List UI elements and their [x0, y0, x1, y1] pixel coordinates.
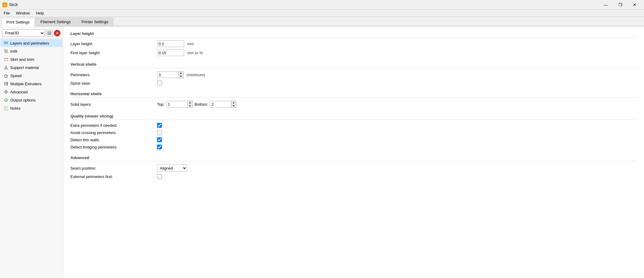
- minimize-button[interactable]: —: [599, 0, 613, 10]
- delete-profile-button[interactable]: ✕: [54, 30, 60, 36]
- spinner-up-bottom[interactable]: ▲: [231, 101, 236, 104]
- checkbox-spiral-vase[interactable]: [157, 81, 162, 86]
- label-spiral-vase: Spiral vase:: [70, 81, 155, 86]
- spinner-down-top[interactable]: ▼: [188, 104, 193, 108]
- menu-help[interactable]: Help: [33, 10, 46, 16]
- svg-rect-7: [4, 41, 8, 42]
- label-extra-perimeters: Extra perimeters if needed:: [70, 123, 155, 128]
- checkbox-avoid-crossing[interactable]: [157, 130, 162, 135]
- sidebar-item-support[interactable]: Support material: [1, 64, 62, 71]
- menu-file[interactable]: File: [1, 10, 12, 16]
- spinner-down-perimeters[interactable]: ▼: [178, 75, 183, 78]
- spinner-up-top[interactable]: ▲: [188, 101, 193, 104]
- spinner-top: ▲ ▼: [166, 101, 193, 108]
- svg-rect-17: [4, 69, 8, 70]
- unit-layer-height: mm: [187, 42, 194, 46]
- close-button[interactable]: ✕: [628, 0, 642, 10]
- input-layer-height[interactable]: [157, 40, 184, 47]
- spinner-btns-perimeters: ▲ ▼: [178, 71, 184, 78]
- spinner-btns-bottom: ▲ ▼: [231, 101, 236, 108]
- checkbox-detect-thin[interactable]: [157, 137, 162, 142]
- svg-point-25: [5, 91, 7, 93]
- input-top[interactable]: [166, 101, 187, 108]
- sidebar-item-layers[interactable]: Layers and perimeters: [1, 39, 62, 47]
- section-title-vertical-shells: Vertical shells: [70, 62, 637, 68]
- advanced-icon: [4, 89, 8, 94]
- section-horizontal-shells: Horizontal shells Solid layers: Top: ▲ ▼…: [70, 92, 637, 108]
- input-first-layer-height[interactable]: [157, 49, 184, 56]
- checkbox-extra-perimeters[interactable]: [157, 123, 162, 128]
- sidebar-item-extruders[interactable]: Multiple Extruders: [1, 80, 62, 88]
- svg-rect-21: [4, 82, 6, 85]
- label-external-perimeters-first: External perimeters first:: [70, 174, 155, 179]
- input-bottom[interactable]: [210, 101, 231, 108]
- section-quality: Quality (slower slicing) Extra perimeter…: [70, 114, 637, 149]
- notes-icon: [4, 106, 8, 111]
- spinner-btns-top: ▲ ▼: [187, 101, 193, 108]
- maximize-button[interactable]: ❐: [613, 0, 627, 10]
- title-bar-left: S Slic3r: [2, 2, 18, 7]
- label-perimeters: Perimeters:: [70, 73, 155, 77]
- tab-filament-settings[interactable]: Filament Settings: [35, 17, 76, 26]
- sidebar-item-output[interactable]: Output options: [1, 96, 62, 104]
- svg-rect-16: [4, 68, 8, 69]
- checkbox-external-perimeters-first[interactable]: [157, 174, 162, 179]
- sidebar-item-skirt[interactable]: Skirt and brim: [1, 55, 62, 63]
- tab-printer-settings[interactable]: Printer Settings: [76, 17, 113, 26]
- sidebar: Freak3D ✕ Layers and perimeters: [0, 27, 63, 278]
- row-external-perimeters-first: External perimeters first:: [70, 174, 637, 179]
- suffix-perimeters: (minimum): [187, 73, 205, 77]
- sidebar-item-label-advanced: Advanced: [10, 90, 28, 94]
- row-seam-position: Seam position: Aligned Nearest Random Re…: [70, 164, 637, 172]
- label-top: Top:: [157, 102, 165, 107]
- row-solid-layers: Solid layers: Top: ▲ ▼ Bottom:: [70, 101, 637, 108]
- sidebar-item-label-speed: Speed: [10, 73, 22, 78]
- row-perimeters: Perimeters: ▲ ▼ (minimum): [70, 71, 637, 78]
- svg-rect-6: [4, 43, 8, 44]
- row-detect-thin: Detect thin walls:: [70, 137, 637, 142]
- select-seam-position[interactable]: Aligned Nearest Random Rear: [157, 164, 187, 172]
- checkbox-detect-bridging[interactable]: [157, 145, 162, 149]
- svg-rect-14: [4, 58, 8, 59]
- sidebar-item-infill[interactable]: Infill: [1, 47, 62, 55]
- main-content: Freak3D ✕ Layers and perimeters: [0, 27, 644, 278]
- section-advanced: Advanced Seam position: Aligned Nearest …: [70, 155, 637, 179]
- sidebar-item-advanced[interactable]: Advanced: [1, 88, 62, 96]
- row-first-layer-height: First layer height: mm or %: [70, 49, 637, 56]
- spinner-down-bottom[interactable]: ▼: [231, 104, 236, 108]
- menu-bar: File Window Help: [0, 10, 644, 17]
- app-title: Slic3r: [9, 3, 18, 7]
- tab-print-settings[interactable]: Print Settings: [1, 18, 35, 27]
- label-solid-layers: Solid layers:: [70, 102, 155, 107]
- section-title-horizontal-shells: Horizontal shells: [70, 92, 637, 98]
- spinner-up-perimeters[interactable]: ▲: [178, 71, 183, 75]
- sidebar-item-notes[interactable]: Notes: [1, 104, 62, 112]
- menu-window[interactable]: Window: [14, 10, 32, 16]
- section-vertical-shells: Vertical shells Perimeters: ▲ ▼ (minimum…: [70, 62, 637, 86]
- output-icon: [4, 98, 8, 102]
- svg-rect-22: [6, 82, 8, 85]
- sidebar-item-speed[interactable]: Speed: [1, 72, 62, 80]
- label-first-layer-height: First layer height:: [70, 51, 155, 55]
- infill-icon: [4, 49, 8, 54]
- section-title-layer-height: Layer height: [70, 31, 637, 37]
- spinner-perimeters: ▲ ▼: [157, 71, 184, 78]
- svg-point-20: [6, 76, 6, 77]
- svg-rect-13: [5, 58, 8, 61]
- save-profile-button[interactable]: [46, 30, 53, 36]
- row-layer-height: Layer height: mm: [70, 40, 637, 47]
- label-avoid-crossing: Avoid crossing perimeters:: [70, 130, 155, 135]
- svg-rect-24: [7, 85, 8, 86]
- section-layer-height: Layer height Layer height: mm First laye…: [70, 31, 637, 56]
- profile-select[interactable]: Freak3D: [2, 30, 45, 37]
- spinner-bottom: ▲ ▼: [210, 101, 236, 108]
- svg-line-10: [4, 51, 7, 53]
- row-spiral-vase: Spiral vase:: [70, 81, 637, 86]
- title-bar: S Slic3r — ❐ ✕: [0, 0, 644, 10]
- input-perimeters[interactable]: [157, 71, 178, 78]
- svg-text:S: S: [4, 4, 6, 7]
- sidebar-item-label-extruders: Multiple Extruders: [10, 82, 42, 86]
- save-icon: [47, 31, 51, 35]
- sidebar-item-label-infill: Infill: [10, 49, 17, 54]
- row-avoid-crossing: Avoid crossing perimeters:: [70, 130, 637, 135]
